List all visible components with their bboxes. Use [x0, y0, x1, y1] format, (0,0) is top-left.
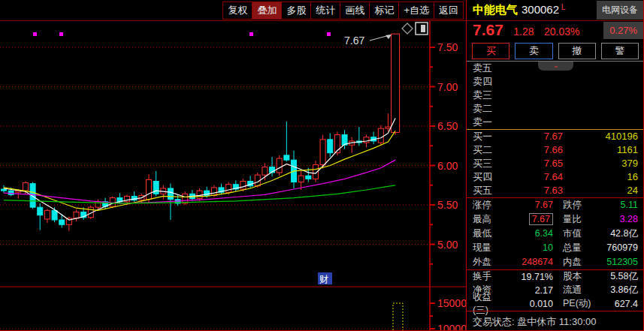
ask-levels: ⌄ 卖五卖四卖三卖二卖一: [467, 62, 644, 129]
svg-text:6.00: 6.00: [437, 160, 458, 172]
trade-button-buy[interactable]: 买: [472, 43, 509, 59]
bid-label: 买四: [473, 170, 506, 184]
stat-label: 跌停: [563, 199, 596, 212]
svg-text:财: 财: [319, 274, 328, 284]
stat-label: 总量: [563, 242, 596, 254]
toolbar-item[interactable]: 标记: [369, 2, 399, 20]
toolbar-item[interactable]: 叠加: [252, 2, 282, 20]
stat-label: 外盘: [473, 256, 506, 269]
event-markers: [33, 32, 331, 36]
bid-row[interactable]: 买二7.661161: [467, 143, 644, 157]
bid-row[interactable]: 买五7.6324: [467, 184, 644, 197]
bid-row[interactable]: 买一7.67410196: [467, 130, 644, 143]
ask-label: 卖三: [473, 89, 506, 102]
trade-button-plain[interactable]: 警: [601, 43, 639, 59]
volume-pane: 1500010000: [0, 297, 466, 331]
stat-value: 0.010: [506, 299, 553, 309]
stats-row: 最低6.34市值42.8亿: [467, 227, 644, 241]
sector-change-badge[interactable]: 0.27%: [603, 22, 643, 39]
svg-text:10000: 10000: [437, 323, 466, 331]
bid-price: 7.63: [506, 185, 563, 196]
collapse-orderbook-button[interactable]: ⌄: [538, 62, 573, 71]
stock-flag: L: [561, 3, 566, 11]
price-change: 1.28: [513, 26, 534, 38]
stat-value: 5.11: [596, 200, 638, 210]
svg-text:7.00: 7.00: [437, 81, 458, 93]
toolbar-item[interactable]: 统计: [310, 2, 340, 20]
ma-lines: [4, 119, 395, 221]
stat-label: 流通: [563, 284, 596, 296]
bid-volume: 379: [563, 158, 638, 169]
toolbar-item[interactable]: 多股: [281, 2, 311, 20]
stat-value: 3.28: [596, 214, 638, 224]
quote-stats: 涨停7.67跌停5.11最高7.67量比3.28最低6.34市值42.8亿现量1…: [467, 198, 644, 269]
stat-label: 涨停: [473, 199, 506, 212]
stat-label: 市值: [563, 227, 596, 240]
window-layout-icon[interactable]: [416, 23, 428, 35]
svg-text:5.00: 5.00: [437, 239, 458, 251]
indicator-badge[interactable]: 财: [318, 272, 332, 284]
svg-text:6.50: 6.50: [437, 120, 458, 132]
magenta-marker-icon: [327, 32, 331, 36]
toolbar-item[interactable]: 返回: [434, 2, 464, 20]
kline-chart-area[interactable]: 7.507.006.506.005.505.007.67财1500010000: [0, 21, 466, 331]
stat-value: 248674: [506, 257, 553, 267]
ask-row[interactable]: 卖一: [467, 116, 644, 129]
stats-row: 现量10总量760979: [467, 241, 644, 255]
stat-value: 5.58亿: [596, 270, 638, 283]
ask-label: 卖二: [473, 102, 506, 116]
bid-row[interactable]: 买三7.65379: [467, 157, 644, 170]
ask-label: 卖一: [473, 116, 506, 129]
trade-buttons: 买卖撤警: [467, 41, 644, 61]
svg-text:5.50: 5.50: [437, 199, 458, 211]
current-volume-bar: [393, 303, 403, 331]
stats-row: 收益(三)0.010PE(动)627.4: [467, 297, 644, 311]
svg-text:7.50: 7.50: [437, 41, 458, 53]
toolbar: 复权叠加多股统计画线标记+自选返回: [223, 2, 464, 20]
stat-value: 42.8亿: [596, 227, 638, 240]
last-price: 7.67: [473, 21, 503, 38]
toolbar-item[interactable]: +自选: [398, 2, 434, 20]
bid-volume: 410196: [563, 131, 638, 142]
bid-label: 买二: [473, 143, 506, 157]
toolbar-item[interactable]: 复权: [222, 2, 252, 20]
stat-value: 512305: [596, 257, 638, 267]
trade-button-plain[interactable]: 撤: [558, 43, 596, 59]
ask-label: 卖四: [473, 75, 506, 89]
ask-row[interactable]: 卖三: [467, 89, 644, 102]
stats-row: 外盘248674内盘512305: [467, 255, 644, 269]
high-price-annotation: 7.67: [344, 35, 392, 47]
stock-title: 中能电气300062L: [473, 3, 566, 17]
stat-value: 760979: [596, 242, 638, 253]
stat-label: 内盘: [563, 256, 596, 269]
stat-value: 2.17: [506, 285, 553, 296]
bid-price: 7.64: [506, 171, 563, 182]
sector-badge[interactable]: 电网设备: [597, 1, 643, 20]
ask-row[interactable]: 卖四: [467, 75, 644, 89]
stat-label: 最低: [473, 227, 506, 240]
svg-text:7.67: 7.67: [344, 35, 364, 47]
ask-row[interactable]: 卖二: [467, 102, 644, 116]
magenta-marker-icon: [59, 32, 63, 36]
stats-row: 最高7.67量比3.28: [467, 212, 644, 227]
kline-chart-svg[interactable]: 7.507.006.506.005.505.007.67财1500010000: [0, 21, 466, 331]
diamond-icon[interactable]: [402, 23, 413, 34]
quote-header: 中能电气300062L 电网设备: [467, 0, 644, 20]
bid-volume: 16: [563, 171, 638, 182]
price-row: 7.67 1.28 20.03% 0.27%: [467, 20, 644, 41]
stat-label: 最高: [473, 213, 506, 226]
bid-volume: 1161: [563, 144, 638, 155]
quote-panel: 中能电气300062L 电网设备 7.67 1.28 20.03% 0.27% …: [466, 0, 644, 331]
toolbar-item[interactable]: 画线: [340, 2, 370, 20]
bid-levels: 买一7.67410196买二7.661161买三7.65379买四7.6416买…: [467, 130, 644, 197]
bid-row[interactable]: 买四7.6416: [467, 170, 644, 184]
ma-line-MA5: [4, 119, 395, 221]
fund-stats: 换手19.71%股本5.58亿净资2.17流通3.86亿收益(三)0.010PE…: [467, 270, 644, 311]
stat-label: 股本: [563, 270, 596, 283]
trading-status-bar: 交易状态: 盘中休市 11:30:00: [467, 311, 644, 331]
svg-text:15000: 15000: [437, 297, 466, 309]
bid-price: 7.65: [506, 158, 563, 169]
trade-button-sell[interactable]: 卖: [515, 43, 552, 59]
bid-label: 买一: [473, 130, 506, 143]
ask-label: 卖五: [473, 62, 506, 75]
